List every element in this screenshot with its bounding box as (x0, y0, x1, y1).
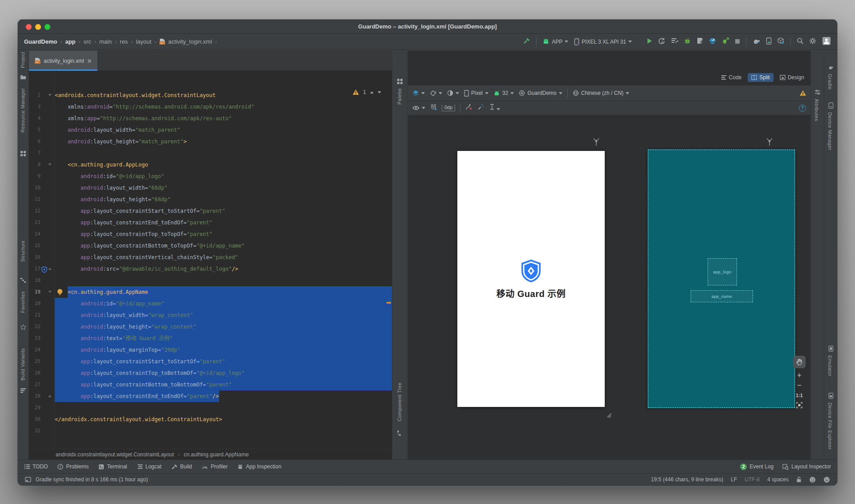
toolbtn-profiler[interactable]: Profiler (202, 463, 228, 470)
code-line[interactable]: 3 xmlns:android="http://schemas.android.… (29, 101, 392, 113)
search-everywhere-icon[interactable] (797, 37, 803, 46)
previous-issue-icon[interactable] (370, 91, 374, 93)
code-line[interactable]: 15 app:layout_constraintBottom_toTopOf="… (29, 240, 392, 252)
code-line[interactable]: 4 xmlns:app="http://schemas.android.com/… (29, 113, 392, 124)
next-issue-icon[interactable] (378, 91, 381, 93)
run-configuration-select[interactable]: APP (542, 38, 568, 45)
avatar[interactable] (822, 37, 831, 47)
night-mode-select[interactable] (447, 90, 459, 96)
file-encoding[interactable]: UTF-8 (745, 476, 760, 483)
blueprint-app-logo[interactable]: app_logo (708, 258, 737, 285)
settings-gear-icon[interactable] (809, 37, 816, 46)
code-line[interactable]: 6 android:layout_height="match_parent"> (29, 136, 392, 147)
tool-window-toggle-icon[interactable] (25, 477, 31, 482)
zoom-reset-button[interactable]: 1:1 (796, 393, 803, 398)
close-window-button[interactable] (26, 24, 32, 30)
pack-align-button[interactable] (489, 104, 500, 112)
breadcrumb-item[interactable]: layout (136, 38, 151, 45)
tab-activity-login-xml[interactable]: <> activity_login.xml (29, 51, 98, 71)
code-line[interactable]: 24 android:layout_marginTop="20dp" (29, 344, 392, 356)
mode-design[interactable]: Design (776, 73, 808, 82)
app-name-text[interactable]: 移动 Guard 示例 (457, 287, 605, 300)
theme-menu[interactable]: GuardDemo (519, 90, 562, 96)
code-line[interactable]: 13 app:layout_constraintEnd_toEndOf="par… (29, 217, 392, 228)
editor-breadcrumb-item[interactable]: androidx.constraintlayout.widget.Constra… (56, 451, 174, 458)
code-line[interactable]: 2<androidx.constraintlayout.widget.Const… (29, 89, 392, 101)
zoom-out-button[interactable]: − (797, 382, 802, 389)
code-line[interactable]: 31 (29, 425, 392, 437)
fold-start-icon[interactable] (48, 163, 52, 166)
preview-resize-handle[interactable] (607, 412, 612, 418)
api-level-menu[interactable]: 32 (493, 90, 514, 96)
code-line[interactable]: 12 app:layout_constraintStart_toStartOf=… (29, 205, 392, 217)
code-line[interactable]: 19 <cn.authing.guard.AppName (29, 286, 392, 298)
pan-tool-button[interactable] (793, 356, 806, 368)
blueprint-app-name[interactable]: app_name (691, 290, 753, 302)
app-logo-shield[interactable] (521, 259, 542, 283)
stripe-item-component-tree[interactable]: Component Tree (397, 382, 402, 422)
profiler-button[interactable] (709, 37, 716, 46)
code-line[interactable]: 14 app:layout_constraintTop_toTopOf="par… (29, 228, 392, 240)
mode-split[interactable]: Split (748, 73, 773, 82)
code-line[interactable]: 9 android:id="@+id/app_logo" (29, 171, 392, 182)
stripe-item-resource-manager[interactable]: Resource Manager (20, 88, 25, 133)
intention-bulb-icon[interactable] (57, 289, 62, 294)
apply-changes-activity-button[interactable] (722, 37, 729, 46)
fold-start-icon[interactable] (48, 291, 52, 293)
code-line[interactable]: 26 app:layout_constraintTop_toBottomOf="… (29, 367, 392, 379)
breadcrumb-item[interactable]: res (120, 38, 128, 45)
gradle-sync-icon[interactable] (752, 38, 760, 46)
toolbtn-logcat[interactable]: Logcat (137, 463, 162, 470)
apply-code-changes-button[interactable] (671, 38, 678, 46)
design-canvas[interactable]: 移动 Guard 示例 app_logo app_name + − 1:1 (408, 116, 810, 459)
zoom-to-fit-button[interactable] (796, 402, 802, 408)
infer-constraints-button[interactable] (477, 104, 484, 112)
stripe-item-device-file-explorer[interactable]: Device File Explorer (827, 402, 833, 450)
locale-menu[interactable]: Chinese (zh / CN) (573, 90, 629, 96)
debug-button[interactable] (684, 37, 691, 46)
code-line[interactable]: 27 app:layout_constraintBottom_toBottomO… (29, 379, 392, 390)
happy-face-icon[interactable] (809, 476, 816, 483)
orientation-select[interactable] (430, 90, 442, 97)
run-button[interactable] (646, 38, 652, 46)
breadcrumb-item[interactable]: activity_login.xml (168, 38, 212, 45)
toolbtn-terminal[interactable]: Terminal (98, 463, 127, 470)
stripe-item-palette[interactable]: Palette (397, 88, 402, 105)
stripe-item-attributes[interactable]: Attributes (814, 99, 819, 121)
lock-icon[interactable] (796, 476, 802, 483)
warning-icon[interactable] (800, 90, 806, 96)
toolbtn-event-log[interactable]: 2Event Log (740, 463, 774, 470)
mode-code[interactable]: Code (717, 73, 745, 82)
status-message[interactable]: Gradle sync finished in 8 s 166 ms (1 ho… (36, 476, 148, 483)
blueprint-phone[interactable]: app_logo app_name (647, 149, 795, 408)
toolbtn-app-inspection[interactable]: App Inspection (237, 463, 281, 470)
zoom-window-button[interactable] (45, 24, 50, 30)
device-select[interactable]: PIXEL 3 XL API 31 (574, 38, 632, 45)
device-manager-icon[interactable] (766, 37, 772, 46)
code-line[interactable]: 11 android:layout_height="68dp" (29, 194, 392, 205)
code-line[interactable]: 7 (29, 147, 392, 159)
code-line[interactable]: 8 <cn.authing.guard.AppLogo (29, 159, 392, 171)
code-line[interactable]: 10 android:layout_width="68dp" (29, 182, 392, 194)
code-line[interactable]: 17 android:src="@drawable/ic_authing_def… (29, 263, 392, 275)
minimize-window-button[interactable] (35, 24, 41, 30)
line-separator[interactable]: LF (731, 476, 737, 483)
default-margins-button[interactable]: 0dp (442, 105, 455, 111)
design-preview-phone[interactable]: 移动 Guard 示例 (457, 151, 605, 407)
code-line[interactable]: 29 (29, 402, 392, 414)
stripe-item-structure[interactable]: Structure (20, 240, 25, 262)
code-line[interactable]: 5 android:layout_width="match_parent" (29, 124, 392, 136)
editor-breadcrumb-item[interactable]: cn.authing.guard.AppName (184, 451, 249, 458)
stripe-item-device-manager[interactable]: Device Manager (827, 112, 833, 150)
code-area[interactable]: 2<androidx.constraintlayout.widget.Const… (29, 71, 392, 449)
clear-constraints-button[interactable] (465, 104, 472, 112)
fold-end-icon[interactable] (48, 395, 52, 397)
fold-start-icon[interactable] (48, 94, 52, 96)
breadcrumb-item[interactable]: main (99, 38, 112, 45)
indent-config[interactable]: 4 spaces (767, 476, 789, 483)
zoom-in-button[interactable]: + (797, 372, 802, 378)
fold-end-icon[interactable] (48, 268, 52, 270)
breadcrumb-item[interactable]: app (65, 38, 75, 45)
code-line[interactable]: 18 (29, 275, 392, 286)
sad-face-icon[interactable] (823, 476, 830, 483)
